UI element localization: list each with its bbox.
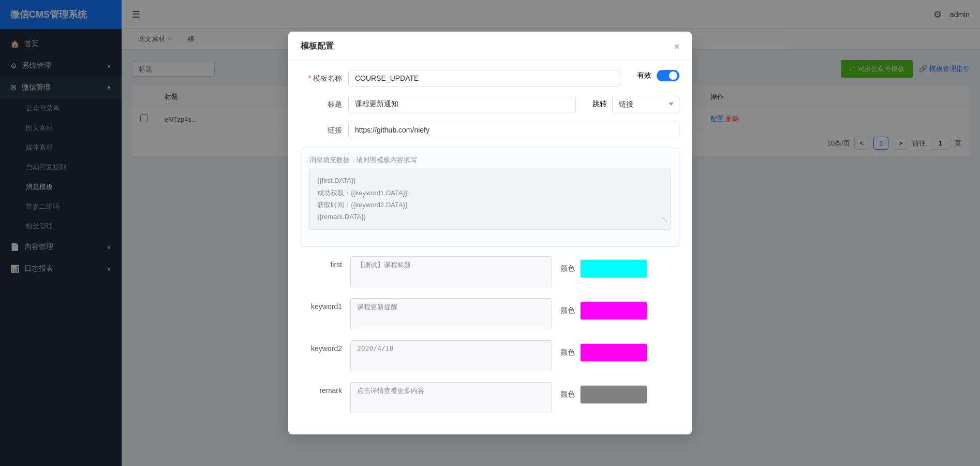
link-row: 链接 [301,122,679,138]
first-color-label: 颜色 [560,264,575,273]
keyword1-color-swatch[interactable] [580,301,647,320]
resize-handle: ⤡ [661,212,668,227]
valid-section: 有效 [637,70,679,81]
close-icon[interactable]: × [674,42,679,51]
field-first-label: first [301,256,342,269]
template-name-input[interactable] [348,70,620,86]
template-name-field [348,70,620,86]
template-preview: {{first.DATA}} 成功获取：{{keyword1.DATA}} 获取… [309,168,671,230]
link-field [348,122,679,138]
jump-select[interactable]: 链接 小程序 [612,96,679,112]
keyword1-color-label: 颜色 [560,306,575,315]
field-keyword1-label: keyword1 [301,298,342,311]
dialog-header: 模板配置 × [288,32,692,60]
remark-color-swatch[interactable] [580,385,647,404]
template-name-row: 模板名称 有效 [301,70,679,86]
dialog: 模板配置 × 模板名称 有效 标题 [288,32,692,434]
field-remark-row: remark 颜色 [301,382,679,415]
hint-text: 消息填充数据，请对照模板内容填写 [309,155,671,165]
dialog-title: 模板配置 [301,41,334,52]
field-keyword1-input[interactable] [350,298,552,329]
field-keyword2-input[interactable] [350,340,552,371]
field-first-row: first 颜色 [301,256,679,289]
modal-overlay[interactable]: 模板配置 × 模板名称 有效 标题 [0,0,980,466]
dialog-body: 模板名称 有效 标题 跳转 链接 小程 [288,60,692,434]
title-label: 标题 [301,96,342,109]
jump-label: 跳转 [592,99,607,109]
field-keyword1-input-wrap [350,298,552,331]
link-input[interactable] [348,122,679,138]
valid-label: 有效 [637,71,651,80]
field-first-input[interactable] [350,256,552,287]
field-keyword1-color-section: 颜色 [560,298,679,320]
field-keyword2-input-wrap [350,340,552,373]
jump-section: 跳转 链接 小程序 [592,96,679,112]
valid-toggle[interactable] [657,70,679,81]
field-keyword1-row: keyword1 颜色 [301,298,679,331]
title-input[interactable] [348,96,576,112]
field-keyword2-row: keyword2 颜色 [301,340,679,373]
field-keyword2-label: keyword2 [301,340,342,353]
field-keyword2-color-section: 颜色 [560,340,679,362]
field-first-input-wrap [350,256,552,289]
field-remark-color-section: 颜色 [560,382,679,404]
title-row: 标题 跳转 链接 小程序 [301,96,679,112]
field-first-color-section: 颜色 [560,256,679,278]
keyword2-color-swatch[interactable] [580,343,647,362]
remark-color-label: 颜色 [560,390,575,399]
template-name-label: 模板名称 [301,70,342,83]
field-remark-input[interactable] [350,382,552,413]
template-preview-area: 消息填充数据，请对照模板内容填写 {{first.DATA}} 成功获取：{{k… [301,148,679,247]
keyword2-color-label: 颜色 [560,348,575,357]
title-field [348,96,576,112]
first-color-swatch[interactable] [580,259,647,278]
field-remark-input-wrap [350,382,552,415]
field-remark-label: remark [301,382,342,395]
link-label: 链接 [301,122,342,135]
